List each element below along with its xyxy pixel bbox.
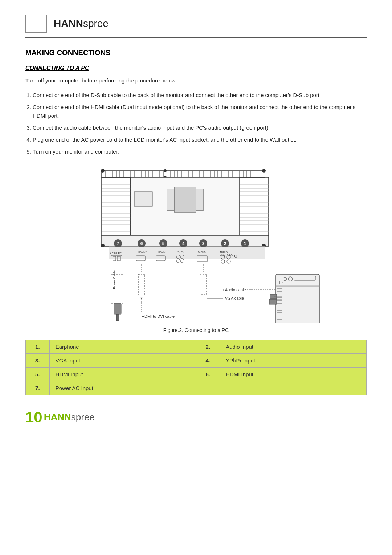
steps-list: Connect one end of the D-Sub cable to th… — [33, 91, 367, 156]
connections-table: 1. Earphone 2. Audio Input 3. VGA Input … — [25, 340, 367, 395]
svg-text:Ω: Ω — [234, 254, 237, 259]
row3-label2: HDMI Input — [220, 367, 367, 381]
footer-brand-bold: HANN — [44, 412, 71, 422]
brand-bold: HANN — [54, 18, 83, 29]
svg-rect-128 — [114, 303, 121, 314]
table-row: 7. Power AC Input — [26, 381, 367, 395]
table-row: 3. VGA Input 4. YPbPr Input — [26, 353, 367, 367]
row1-num2: 2. — [196, 340, 220, 353]
row4-num1: 7. — [26, 381, 50, 395]
svg-point-83 — [101, 244, 105, 247]
svg-text:▼: ▼ — [140, 297, 143, 300]
svg-rect-130 — [138, 274, 145, 296]
svg-text:HDMI-2: HDMI-2 — [138, 251, 147, 254]
svg-point-115 — [180, 259, 184, 263]
figure-caption: Figure.2. Connecting to a PC — [163, 327, 229, 333]
row1-num1: 1. — [26, 340, 50, 353]
row4-label1: Power AC Input — [49, 381, 196, 395]
table-row: 1. Earphone 2. Audio Input — [26, 340, 367, 353]
page-header: HANNspree — [25, 15, 367, 38]
svg-text:Power Cable: Power Cable — [113, 270, 116, 289]
svg-text:7: 7 — [117, 241, 119, 246]
svg-point-82 — [262, 169, 266, 173]
svg-point-42 — [164, 169, 167, 172]
logo-box — [25, 15, 47, 33]
page: HANNspree MAKING CONNECTIONS CONNECTING … — [0, 0, 392, 555]
svg-text:3: 3 — [202, 241, 205, 246]
table-row: 5. HDMI Input 6. HDMI Input — [26, 367, 367, 381]
subsection-title: CONNECTING TO A PC — [25, 65, 367, 72]
row3-num1: 5. — [26, 367, 50, 381]
row4-label2 — [220, 381, 367, 395]
row2-num2: 4. — [196, 353, 220, 367]
svg-point-114 — [176, 259, 180, 263]
diagram-container: 7 6 5 4 3 2 1 AC INL — [25, 167, 367, 333]
svg-rect-79 — [134, 192, 152, 206]
step-4: Plug one end of the AC power cord to the… — [33, 135, 367, 144]
svg-rect-132 — [200, 274, 207, 294]
svg-text:D-SUB: D-SUB — [198, 251, 206, 254]
step-2: Connect one end of the HDMI cable (Dual … — [33, 103, 367, 120]
svg-text:4: 4 — [182, 241, 185, 246]
row3-label1: HDMI Input — [49, 367, 196, 381]
svg-text:Y / Pb  L: Y / Pb L — [177, 251, 186, 254]
row3-num2: 6. — [196, 367, 220, 381]
svg-rect-157 — [269, 299, 277, 304]
svg-point-119 — [221, 260, 225, 263]
svg-rect-129 — [116, 314, 119, 321]
row2-num1: 3. — [26, 353, 50, 367]
page-footer: 10 HANNspree — [25, 410, 367, 425]
svg-text:5: 5 — [162, 241, 165, 246]
section-title: MAKING CONNECTIONS — [25, 49, 367, 57]
svg-text:6: 6 — [140, 241, 143, 246]
brand-logo: HANNspree — [54, 18, 109, 29]
page-number: 10 — [25, 410, 42, 425]
svg-rect-78 — [174, 187, 196, 212]
footer-brand: HANNspree — [44, 412, 95, 423]
svg-rect-85 — [109, 246, 265, 259]
brand-light: spree — [83, 18, 109, 29]
step-1: Connect one end of the D-Sub cable to th… — [33, 91, 367, 99]
svg-text:1: 1 — [244, 241, 246, 246]
svg-text:Audio cable: Audio cable — [225, 288, 246, 292]
svg-point-120 — [227, 260, 230, 263]
svg-point-81 — [101, 169, 105, 173]
intro-text: Turn off your computer before performing… — [25, 77, 367, 84]
svg-rect-134 — [276, 274, 319, 323]
footer-brand-light: spree — [71, 412, 95, 422]
row1-label1: Earphone — [49, 340, 196, 353]
svg-text:AC INLET: AC INLET — [110, 252, 122, 255]
step-5: Turn on your monitor and computer. — [33, 147, 367, 156]
row4-num2 — [196, 381, 220, 395]
svg-text:HDMI to DVI cable: HDMI to DVI cable — [142, 314, 175, 319]
step-3: Connect the audio cable between the moni… — [33, 123, 367, 132]
row2-label2: YPbPr Input — [220, 353, 367, 367]
svg-rect-0 — [102, 171, 265, 177]
row1-label2: Audio Input — [220, 340, 367, 353]
svg-text:HDMI-1: HDMI-1 — [158, 251, 167, 254]
row2-label1: VGA Input — [49, 353, 196, 367]
diagram-svg: 7 6 5 4 3 2 1 AC INL — [62, 167, 330, 324]
svg-rect-138 — [276, 285, 319, 287]
svg-text:VGA cable: VGA cable — [225, 296, 244, 300]
svg-text:AUDIO: AUDIO — [220, 251, 228, 254]
svg-text:2: 2 — [224, 241, 226, 246]
connection-diagram: 7 6 5 4 3 2 1 AC INL — [62, 167, 330, 323]
